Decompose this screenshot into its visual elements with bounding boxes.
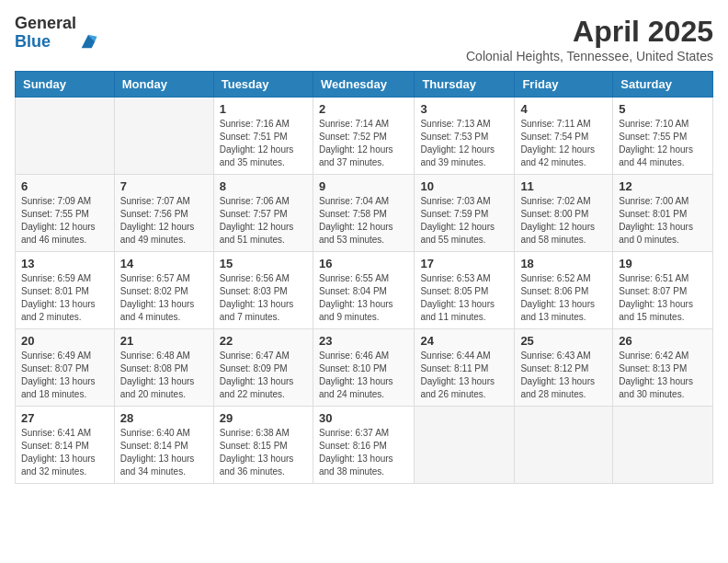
day-info: Sunrise: 6:48 AMSunset: 8:08 PMDaylight:…: [120, 350, 208, 401]
day-info: Sunrise: 7:06 AMSunset: 7:57 PMDaylight:…: [220, 195, 307, 247]
day-info: Sunrise: 6:49 AMSunset: 8:07 PMDaylight:…: [21, 350, 108, 401]
calendar-cell: 10Sunrise: 7:03 AMSunset: 7:59 PMDayligh…: [415, 175, 515, 252]
day-info: Sunrise: 7:10 AMSunset: 7:55 PMDaylight:…: [619, 118, 707, 169]
day-number: 23: [319, 334, 408, 348]
calendar-cell: 12Sunrise: 7:00 AMSunset: 8:01 PMDayligh…: [613, 175, 713, 252]
calendar-cell: 26Sunrise: 6:42 AMSunset: 8:13 PMDayligh…: [613, 329, 713, 407]
day-info: Sunrise: 7:07 AMSunset: 7:56 PMDaylight:…: [120, 195, 208, 247]
calendar-week-row: 13Sunrise: 6:59 AMSunset: 8:01 PMDayligh…: [16, 252, 713, 329]
day-info: Sunrise: 7:03 AMSunset: 7:59 PMDaylight:…: [420, 195, 508, 247]
day-info: Sunrise: 6:52 AMSunset: 8:06 PMDaylight:…: [520, 272, 607, 324]
day-info: Sunrise: 7:11 AMSunset: 7:54 PMDaylight:…: [520, 118, 607, 169]
day-number: 24: [420, 334, 508, 348]
calendar-cell: 5Sunrise: 7:10 AMSunset: 7:55 PMDaylight…: [613, 98, 713, 175]
day-number: 3: [420, 102, 508, 116]
calendar-week-row: 6Sunrise: 7:09 AMSunset: 7:55 PMDaylight…: [16, 175, 713, 252]
calendar-cell: 30Sunrise: 6:37 AMSunset: 8:16 PMDayligh…: [313, 407, 414, 484]
weekday-header: Monday: [114, 72, 213, 98]
day-number: 1: [220, 102, 307, 116]
calendar-cell: 25Sunrise: 6:43 AMSunset: 8:12 PMDayligh…: [515, 329, 613, 407]
location: Colonial Heights, Tennessee, United Stat…: [466, 49, 713, 63]
logo-general: General: [15, 15, 76, 33]
calendar-cell: 29Sunrise: 6:38 AMSunset: 8:15 PMDayligh…: [213, 407, 313, 484]
weekday-header: Sunday: [16, 72, 115, 98]
calendar-cell: [114, 98, 213, 175]
day-number: 30: [319, 411, 408, 425]
day-info: Sunrise: 6:37 AMSunset: 8:16 PMDaylight:…: [319, 427, 408, 478]
weekday-header: Friday: [515, 72, 613, 98]
title-section: April 2025 Colonial Heights, Tennessee, …: [466, 15, 713, 63]
calendar-cell: 4Sunrise: 7:11 AMSunset: 7:54 PMDaylight…: [515, 98, 613, 175]
day-info: Sunrise: 6:57 AMSunset: 8:02 PMDaylight:…: [120, 272, 208, 324]
day-number: 17: [420, 257, 508, 270]
day-number: 2: [319, 102, 408, 116]
calendar-cell: 14Sunrise: 6:57 AMSunset: 8:02 PMDayligh…: [114, 252, 213, 329]
day-info: Sunrise: 7:14 AMSunset: 7:52 PMDaylight:…: [319, 118, 408, 169]
calendar-cell: [16, 98, 115, 175]
calendar-week-row: 1Sunrise: 7:16 AMSunset: 7:51 PMDaylight…: [16, 98, 713, 175]
calendar-cell: 3Sunrise: 7:13 AMSunset: 7:53 PMDaylight…: [415, 98, 515, 175]
calendar-cell: 21Sunrise: 6:48 AMSunset: 8:08 PMDayligh…: [114, 329, 213, 407]
logo-icon: [78, 31, 98, 52]
calendar-cell: [415, 407, 515, 484]
day-number: 20: [21, 334, 108, 348]
page-header: General Blue April 2025 Colonial Heights…: [15, 15, 713, 63]
day-number: 28: [120, 411, 208, 425]
day-number: 16: [319, 257, 408, 270]
day-number: 5: [619, 102, 707, 116]
day-info: Sunrise: 6:42 AMSunset: 8:13 PMDaylight:…: [619, 350, 707, 401]
calendar-cell: 15Sunrise: 6:56 AMSunset: 8:03 PMDayligh…: [213, 252, 313, 329]
calendar-cell: 1Sunrise: 7:16 AMSunset: 7:51 PMDaylight…: [213, 98, 313, 175]
calendar-cell: 19Sunrise: 6:51 AMSunset: 8:07 PMDayligh…: [613, 252, 713, 329]
day-info: Sunrise: 6:53 AMSunset: 8:05 PMDaylight:…: [420, 272, 508, 324]
calendar-cell: 6Sunrise: 7:09 AMSunset: 7:55 PMDaylight…: [16, 175, 115, 252]
day-number: 29: [220, 411, 307, 425]
calendar-cell: 2Sunrise: 7:14 AMSunset: 7:52 PMDaylight…: [313, 98, 414, 175]
calendar-cell: [515, 407, 613, 484]
logo: General Blue: [15, 15, 98, 52]
calendar-cell: 28Sunrise: 6:40 AMSunset: 8:14 PMDayligh…: [114, 407, 213, 484]
day-info: Sunrise: 6:51 AMSunset: 8:07 PMDaylight:…: [619, 272, 707, 324]
day-number: 19: [619, 257, 707, 270]
calendar-cell: 24Sunrise: 6:44 AMSunset: 8:11 PMDayligh…: [415, 329, 515, 407]
calendar-table: SundayMondayTuesdayWednesdayThursdayFrid…: [15, 71, 713, 484]
calendar-cell: 9Sunrise: 7:04 AMSunset: 7:58 PMDaylight…: [313, 175, 414, 252]
day-number: 26: [619, 334, 707, 348]
day-info: Sunrise: 6:59 AMSunset: 8:01 PMDaylight:…: [21, 272, 108, 324]
day-info: Sunrise: 6:55 AMSunset: 8:04 PMDaylight:…: [319, 272, 408, 324]
day-info: Sunrise: 6:44 AMSunset: 8:11 PMDaylight:…: [420, 350, 508, 401]
weekday-header-row: SundayMondayTuesdayWednesdayThursdayFrid…: [16, 72, 713, 98]
day-number: 11: [520, 179, 607, 193]
day-info: Sunrise: 7:09 AMSunset: 7:55 PMDaylight:…: [21, 195, 108, 247]
calendar-cell: 16Sunrise: 6:55 AMSunset: 8:04 PMDayligh…: [313, 252, 414, 329]
day-number: 13: [21, 257, 108, 270]
day-number: 21: [120, 334, 208, 348]
day-number: 14: [120, 257, 208, 270]
day-info: Sunrise: 6:46 AMSunset: 8:10 PMDaylight:…: [319, 350, 408, 401]
day-number: 10: [420, 179, 508, 193]
calendar-week-row: 20Sunrise: 6:49 AMSunset: 8:07 PMDayligh…: [16, 329, 713, 407]
calendar-cell: 23Sunrise: 6:46 AMSunset: 8:10 PMDayligh…: [313, 329, 414, 407]
day-number: 8: [220, 179, 307, 193]
day-number: 4: [520, 102, 607, 116]
weekday-header: Thursday: [415, 72, 515, 98]
calendar-cell: 17Sunrise: 6:53 AMSunset: 8:05 PMDayligh…: [415, 252, 515, 329]
calendar-cell: 20Sunrise: 6:49 AMSunset: 8:07 PMDayligh…: [16, 329, 115, 407]
day-info: Sunrise: 6:41 AMSunset: 8:14 PMDaylight:…: [21, 427, 108, 478]
weekday-header: Saturday: [613, 72, 713, 98]
calendar-cell: 18Sunrise: 6:52 AMSunset: 8:06 PMDayligh…: [515, 252, 613, 329]
day-info: Sunrise: 6:43 AMSunset: 8:12 PMDaylight:…: [520, 350, 607, 401]
calendar-cell: 8Sunrise: 7:06 AMSunset: 7:57 PMDaylight…: [213, 175, 313, 252]
logo-blue: Blue: [15, 33, 76, 52]
day-info: Sunrise: 6:38 AMSunset: 8:15 PMDaylight:…: [220, 427, 307, 478]
weekday-header: Tuesday: [213, 72, 313, 98]
day-info: Sunrise: 7:04 AMSunset: 7:58 PMDaylight:…: [319, 195, 408, 247]
day-number: 25: [520, 334, 607, 348]
day-number: 12: [619, 179, 707, 193]
calendar-cell: 22Sunrise: 6:47 AMSunset: 8:09 PMDayligh…: [213, 329, 313, 407]
calendar-cell: 7Sunrise: 7:07 AMSunset: 7:56 PMDaylight…: [114, 175, 213, 252]
day-info: Sunrise: 7:13 AMSunset: 7:53 PMDaylight:…: [420, 118, 508, 169]
day-number: 6: [21, 179, 108, 193]
day-number: 22: [220, 334, 307, 348]
day-number: 15: [220, 257, 307, 270]
